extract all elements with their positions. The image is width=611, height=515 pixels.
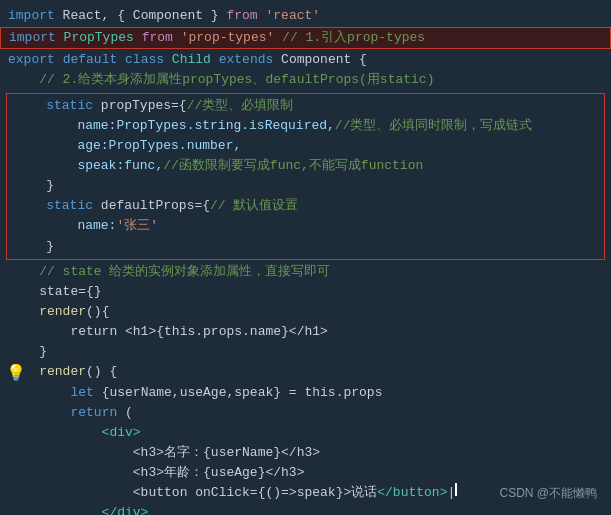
code-line: <h3>名字：{userName}</h3> — [0, 443, 611, 463]
block-code-line: static defaultProps={// 默认值设置 — [13, 196, 598, 216]
block-code-line: name:'张三' — [13, 216, 598, 236]
code-line: export default class Child extends Compo… — [0, 50, 611, 70]
code-line: // 2.给类本身添加属性propTypes、defaultProps(用sta… — [0, 70, 611, 90]
block-code-line: speak:func,//函数限制要写成func,不能写成function — [13, 156, 598, 176]
code-line: return ( — [0, 403, 611, 423]
code-line: import PropTypes from 'prop-types' // 1.… — [0, 27, 611, 49]
code-line: return <h1>{this.props.name}</h1> — [0, 322, 611, 342]
code-line: } — [0, 342, 611, 362]
block-code-line: static propTypes={//类型、必填限制 — [13, 96, 598, 116]
propTypes-block: static propTypes={//类型、必填限制 name:PropTyp… — [6, 93, 605, 260]
code-line: import React, { Component } from 'react' — [0, 6, 611, 26]
code-line: </div> — [0, 503, 611, 515]
code-line: state={} — [0, 282, 611, 302]
block-code-line: } — [13, 237, 598, 257]
lightbulb-icon: 💡 — [6, 362, 26, 387]
code-editor: import React, { Component } from 'react'… — [0, 0, 611, 515]
block-code-line: age:PropTypes.number, — [13, 136, 598, 156]
watermark: CSDN @不能懒鸭 — [499, 484, 597, 503]
code-line: render(){ — [0, 302, 611, 322]
text-cursor — [455, 483, 457, 496]
code-line: let {userName,useAge,speak} = this.props — [0, 383, 611, 403]
code-line: <h3>年龄：{useAge}</h3> — [0, 463, 611, 483]
code-line: // state 给类的实例对象添加属性，直接写即可 — [0, 262, 611, 282]
block-code-line: name:PropTypes.string.isRequired,//类型、必填… — [13, 116, 598, 136]
code-line: <div> — [0, 423, 611, 443]
code-line: render() { — [0, 362, 611, 382]
block-code-line: } — [13, 176, 598, 196]
